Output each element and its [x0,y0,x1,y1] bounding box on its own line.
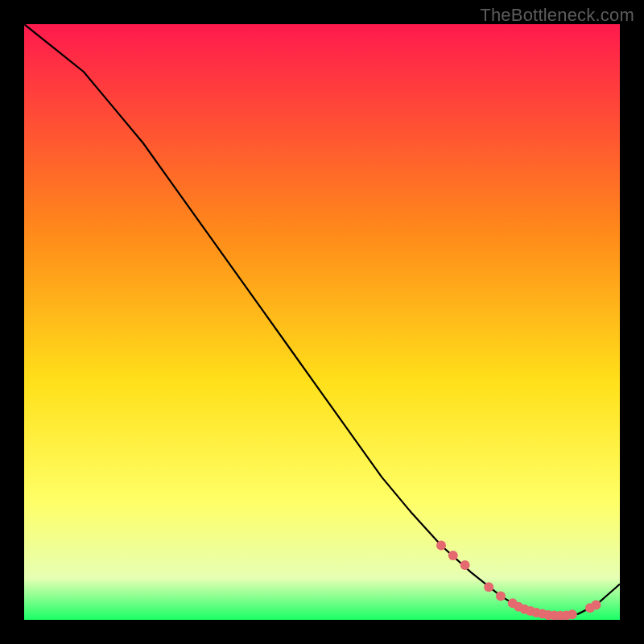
marker-dot [484,582,493,592]
marker-dot [448,551,458,560]
marker-dot [460,560,470,570]
marker-dot [591,601,601,610]
marker-dot [436,541,446,551]
chart-svg [24,24,620,620]
marker-dot [496,591,506,601]
gradient-background [24,24,620,620]
chart-frame: TheBottleneck.com [0,0,644,644]
watermark-text: TheBottleneck.com [480,5,634,26]
plot-area [24,24,620,620]
marker-dot [568,609,577,619]
